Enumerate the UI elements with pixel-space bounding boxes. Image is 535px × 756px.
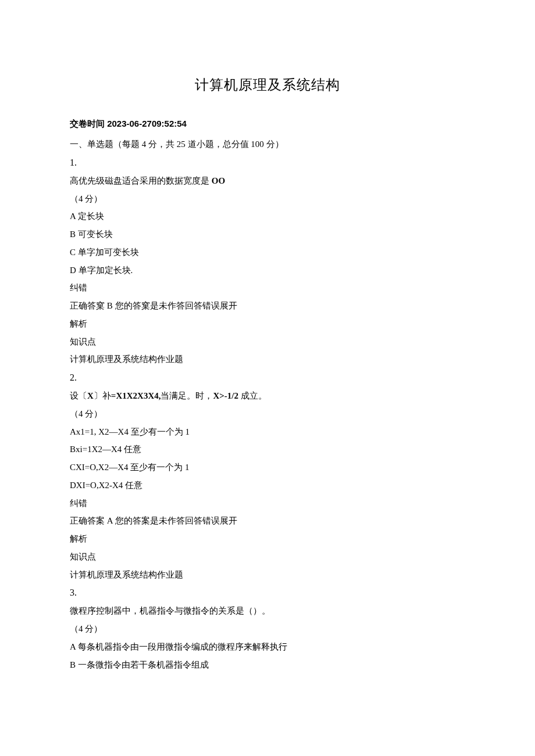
q2-answer: 正确答案 A 您的答案是未作答回答错误展开 <box>70 512 465 530</box>
q1-number: 1. <box>70 153 465 172</box>
q1-feedback-link: 纠错 <box>70 279 465 297</box>
q1-answer: 正确答窠 B 您的答窠是未作答回答错误展开 <box>70 297 465 315</box>
q2-analysis: 解析 <box>70 530 465 548</box>
q1-stem: 高优先级磁盘适合采用的数据宽度是 OO <box>70 172 465 190</box>
q1-option-b: B 可变长块 <box>70 225 465 243</box>
q2-stem-p1: 设〔 <box>70 391 87 400</box>
q2-knowledge-value: 计算机原理及系统结构作业题 <box>70 566 465 584</box>
q1-analysis: 解析 <box>70 315 465 333</box>
q3-option-a: A 每条机器指令由一段用微指令编成的微程序来解释执行 <box>70 638 465 656</box>
q1-option-a: A 定长块 <box>70 207 465 225</box>
q2-points: （4 分） <box>70 405 465 423</box>
submit-time: 交卷时间 2023-06-2709:52:54 <box>70 119 465 130</box>
q2-stem-p3: 当满足。时， <box>160 391 213 400</box>
q1-stem-bold: OO <box>212 176 225 185</box>
q2-option-a: Ax1=1, X2—X4 至少有一个为 1 <box>70 423 465 441</box>
q1-knowledge-label: 知识点 <box>70 333 465 351</box>
section-header: 一、单选题（每题 4 分，共 25 道小题，总分值 100 分） <box>70 135 465 153</box>
q2-knowledge-label: 知识点 <box>70 548 465 566</box>
q2-stem: 设〔X〕补=X1X2X3X4,当满足。时，X>-1/2 成立。 <box>70 387 465 405</box>
q2-stem-b3: X>-1/2 <box>213 391 238 400</box>
q2-option-b: Bxi=1X2—X4 任意 <box>70 440 465 458</box>
q3-points: （4 分） <box>70 620 465 638</box>
q2-option-d: DXI=O,X2-X4 任意 <box>70 476 465 495</box>
q2-feedback-link: 纠错 <box>70 495 465 513</box>
q3-option-b: B 一条微指令由若干条机器指令组成 <box>70 656 465 674</box>
q1-option-c: C 单字加可变长块 <box>70 243 465 261</box>
q2-number: 2. <box>70 368 465 387</box>
q1-stem-text: 高优先级磁盘适合采用的数据宽度是 <box>70 176 212 185</box>
page-title: 计算机原理及系统结构 <box>70 76 465 94</box>
q2-stem-b1: X <box>87 391 94 400</box>
q2-stem-p4: 成立。 <box>238 391 267 400</box>
q3-stem: 微程序控制器中，机器指令与微指令的关系是（）。 <box>70 602 465 620</box>
q2-stem-p2: 〕补 <box>94 391 111 400</box>
q1-points: （4 分） <box>70 190 465 208</box>
q2-option-c: CXI=O,X2—X4 至少有一个为 1 <box>70 458 465 476</box>
q1-knowledge-value: 计算机原理及系统结构作业题 <box>70 350 465 368</box>
q1-option-d: D 单字加定长块. <box>70 261 465 280</box>
q2-stem-b2: =X1X2X3X4, <box>111 391 161 400</box>
q3-number: 3. <box>70 583 465 602</box>
